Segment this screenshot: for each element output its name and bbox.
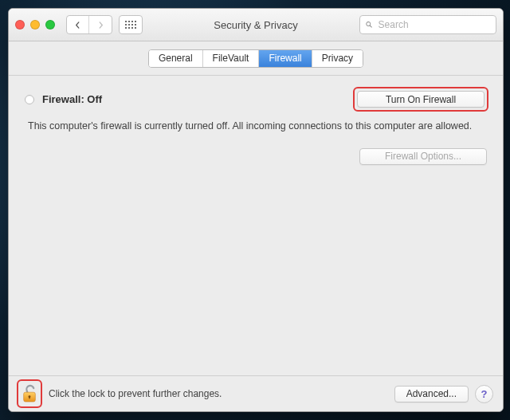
forward-button[interactable] (89, 16, 112, 33)
firewall-options-button: Firewall Options... (359, 148, 487, 165)
grid-icon (125, 21, 136, 29)
zoom-window-button[interactable] (45, 20, 55, 29)
tab-firewall[interactable]: Firewall (259, 50, 312, 67)
firewall-status-row: Firewall: Off Turn On Firewall (25, 88, 487, 110)
close-window-button[interactable] (15, 20, 25, 29)
minimize-window-button[interactable] (30, 20, 40, 29)
search-input[interactable] (377, 18, 491, 31)
tab-general[interactable]: General (149, 50, 203, 67)
firewall-description: This computer's firewall is currently tu… (28, 120, 484, 134)
chevron-left-icon (74, 22, 81, 29)
firewall-status-label: Firewall: Off (42, 93, 102, 105)
lock-wrap (18, 381, 41, 406)
lock-hint-text: Click the lock to prevent further change… (49, 388, 222, 399)
tab-firewall-label: Firewall (269, 51, 301, 66)
footer-right: Advanced... ? (394, 385, 493, 403)
chevron-right-icon (97, 22, 104, 29)
tab-privacy[interactable]: Privacy (312, 50, 363, 67)
advanced-button[interactable]: Advanced... (394, 386, 469, 402)
window-controls (15, 20, 55, 29)
tab-filevault[interactable]: FileVault (203, 50, 260, 67)
turn-on-firewall-wrap: Turn On Firewall (355, 88, 487, 110)
show-all-prefs-button[interactable] (119, 15, 143, 34)
turn-on-firewall-button[interactable]: Turn On Firewall (357, 91, 484, 108)
nav-back-forward (66, 15, 112, 34)
footer-bar: Click the lock to prevent further change… (9, 375, 503, 411)
help-button[interactable]: ? (475, 385, 493, 403)
search-icon (365, 20, 374, 29)
unlocked-lock-icon[interactable] (21, 383, 38, 404)
back-button[interactable] (67, 16, 89, 33)
tab-bar: General FileVault Firewall Privacy (148, 49, 363, 68)
firewall-options-row: Firewall Options... (25, 148, 487, 165)
status-indicator-icon (25, 95, 34, 104)
preferences-window: Security & Privacy General FileVault Fir… (8, 8, 504, 412)
search-field[interactable] (359, 15, 496, 34)
content-pane: Firewall: Off Turn On Firewall This comp… (9, 76, 503, 375)
svg-rect-2 (29, 397, 29, 399)
titlebar: Security & Privacy (9, 9, 503, 41)
tabs-row: General FileVault Firewall Privacy (9, 41, 503, 76)
